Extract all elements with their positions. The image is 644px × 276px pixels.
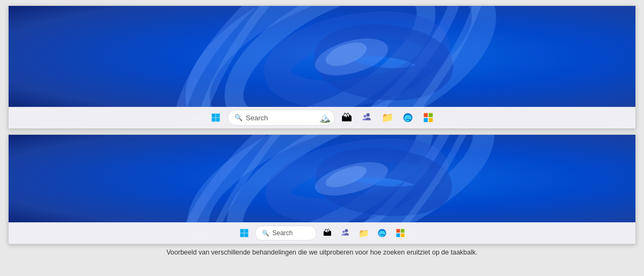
file-explorer-icon-1[interactable]: 📁 — [379, 109, 396, 126]
main-container: 🔍 Search 🏔️ 🏔 📁 — [0, 0, 644, 276]
search-text-1: Search — [246, 114, 268, 122]
svg-rect-16 — [424, 113, 428, 118]
windows-logo-button-1[interactable] — [207, 109, 224, 126]
svg-rect-9 — [9, 6, 635, 108]
teams-icon-1[interactable] — [358, 109, 376, 126]
search-bar-2[interactable]: 🔍 Search — [255, 226, 317, 241]
taskbar-items-1: 🔍 Search 🏔️ 🏔 📁 — [207, 109, 437, 126]
svg-rect-33 — [244, 233, 248, 237]
taskbar-items-2: 🔍 Search 🏔 📁 — [237, 226, 408, 241]
widgets-icon-2[interactable]: 🏔 — [320, 226, 335, 241]
search-text-2: Search — [273, 229, 293, 237]
search-bar-1[interactable]: 🔍 Search 🏔️ — [228, 110, 335, 126]
edge-icon-2[interactable] — [375, 226, 390, 241]
svg-rect-17 — [429, 113, 433, 118]
svg-point-34 — [345, 229, 348, 233]
search-icon-1: 🔍 — [235, 114, 243, 121]
svg-rect-13 — [216, 118, 219, 121]
svg-rect-30 — [240, 229, 244, 233]
svg-rect-39 — [400, 234, 404, 237]
teams-icon-2[interactable] — [338, 226, 353, 241]
svg-rect-37 — [400, 229, 404, 233]
svg-rect-29 — [9, 135, 635, 223]
svg-rect-32 — [240, 233, 244, 237]
taskbar-2: 🔍 Search 🏔 📁 — [9, 222, 635, 244]
ms-store-icon-2[interactable] — [393, 226, 408, 241]
search-decoration-1: 🏔️ — [315, 110, 334, 125]
desktop-preview-1: 🔍 Search 🏔️ 🏔 📁 — [8, 5, 636, 129]
file-explorer-icon-2[interactable]: 📁 — [356, 226, 371, 241]
widgets-icon-1[interactable]: 🏔 — [338, 109, 355, 126]
desktop-preview-2: 🔍 Search 🏔 📁 — [8, 134, 636, 244]
svg-point-14 — [366, 113, 370, 117]
caption-text: Voorbeeld van verschillende behandelinge… — [156, 249, 488, 256]
svg-rect-31 — [244, 229, 248, 233]
search-icon-2: 🔍 — [262, 230, 269, 237]
taskbar-1: 🔍 Search 🏔️ 🏔 📁 — [9, 107, 635, 128]
svg-rect-36 — [396, 229, 400, 233]
svg-point-35 — [342, 231, 345, 234]
edge-icon-1[interactable] — [399, 109, 416, 126]
svg-rect-38 — [396, 234, 400, 237]
svg-rect-10 — [212, 114, 216, 118]
svg-rect-19 — [429, 118, 433, 122]
svg-point-15 — [363, 115, 366, 118]
svg-rect-18 — [424, 118, 428, 122]
svg-rect-11 — [216, 114, 219, 118]
windows-logo-button-2[interactable] — [237, 226, 252, 241]
ms-store-icon-1[interactable] — [420, 109, 437, 126]
svg-rect-12 — [212, 118, 216, 121]
